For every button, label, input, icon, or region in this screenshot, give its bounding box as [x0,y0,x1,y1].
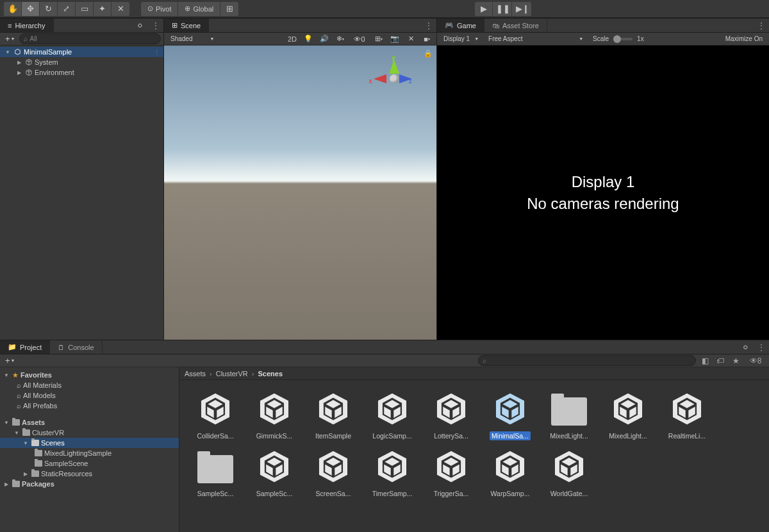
project-tab[interactable]: 📁Project [0,340,50,354]
favorites-header[interactable]: ▼★Favorites [0,370,179,380]
scene-gizmo-toggle-icon[interactable]: ■▾ [420,33,434,44]
crumb-assets[interactable]: Assets [185,370,206,378]
transform-tool[interactable]: ✦ [94,2,112,16]
maximize-toggle[interactable]: Maximize On [722,33,766,44]
scene-gizmos-icon[interactable]: ✕ [404,33,418,44]
game-icon: 🎮 [445,21,454,29]
asset-item[interactable]: MixedLight... [599,389,657,440]
asset-item[interactable]: ScreenSa... [304,447,363,498]
asset-item[interactable]: TriggerSa... [422,447,481,498]
snap-toggle[interactable]: ⊞ [220,2,238,16]
search-by-type-icon[interactable]: ◧ [699,355,711,366]
scene-tab[interactable]: ⊞Scene [164,19,209,32]
move-tool[interactable]: ✥ [22,2,40,16]
custom-tool[interactable]: ✕ [112,2,129,16]
scale-tool[interactable]: ⤢ [58,2,76,16]
hand-tool[interactable]: ✋ [4,2,22,16]
asset-item[interactable]: LogicSamp... [363,389,422,440]
asset-item[interactable]: SampleSc... [245,447,304,498]
project-menu[interactable]: ⋮ [754,340,769,354]
search-by-label-icon[interactable]: 🏷 [714,355,727,366]
lock-icon[interactable]: 🔒 [424,49,433,58]
project-lock[interactable]: ⭘ [738,340,754,354]
display-dropdown[interactable]: Display 1▼ [440,33,483,44]
asset-store-tab[interactable]: 🛍Asset Store [484,19,547,32]
asset-item[interactable]: WorldGate... [540,447,599,498]
asset-item[interactable]: SampleSc... [186,447,245,498]
scene-icon: ⊞ [172,21,178,29]
asset-item[interactable]: LotterySa... [422,389,481,440]
asset-item[interactable]: ColliderSa... [186,389,245,440]
fav-all-materials[interactable]: ⌕All Materials [0,380,179,390]
hidden-items-icon[interactable]: 👁8 [745,355,766,366]
tree-static[interactable]: ▶StaticResources [0,469,179,479]
save-search-icon[interactable]: ★ [729,355,742,366]
fold-icon[interactable]: ▼ [4,49,12,55]
step-button[interactable]: ▶❙ [513,2,531,16]
game-tab[interactable]: 🎮Game [437,19,484,32]
scene-light-icon[interactable]: 💡 [301,33,315,44]
fold-icon[interactable]: ▶ [15,60,23,65]
shade-mode-dropdown[interactable]: Shaded▼ [167,33,218,44]
asset-item[interactable]: WarpSamp... [481,447,540,498]
folder-icon [12,481,20,487]
assets-root[interactable]: ▼Assets [0,417,179,428]
asset-grid: ColliderSa...GimmickS...ItemSampleLogicS… [179,380,769,532]
tree-samplescene[interactable]: SampleScene [0,458,179,469]
pivot-toggle[interactable]: ⊙Pivot [141,2,178,16]
scene-audio-icon[interactable]: 🔊 [317,33,331,44]
hierarchy-create[interactable]: +▾ [3,34,17,44]
crumb-scenes[interactable]: Scenes [258,370,283,378]
asset-label: TriggerSa... [432,489,470,498]
fav-all-models[interactable]: ⌕All Models [0,390,179,401]
search-icon: ⌕ [17,381,21,389]
packages-root[interactable]: ▶Packages [0,479,179,489]
asset-label: MinimalSa... [490,431,531,440]
fold-icon[interactable]: ▶ [15,70,23,76]
asset-label: WorldGate... [549,489,590,498]
row-menu-icon[interactable]: ⋮ [154,49,161,56]
scene-grid-icon[interactable]: ⊞▾ [372,33,386,44]
aspect-dropdown[interactable]: Free Aspect▼ [484,33,587,44]
hierarchy-tab[interactable]: ≡Hierarchy [0,19,54,32]
asset-item[interactable]: TimerSamp... [363,447,422,498]
hierarchy-menu[interactable]: ⋮ [148,19,163,32]
hierarchy-item-environment[interactable]: ▶ Environment [0,67,163,78]
tree-scenes[interactable]: ▼Scenes [0,438,179,448]
scale-slider[interactable]: Scale 1x [589,33,648,44]
asset-item[interactable]: GimmickS... [245,389,304,440]
asset-label: LogicSamp... [370,431,413,440]
folder-icon [22,429,30,436]
scene-view[interactable]: 🔒 y x z [164,46,436,340]
fav-all-prefabs[interactable]: ⌕All Prefabs [0,401,179,411]
hierarchy-scene-root[interactable]: ▼ MinimalSample ⋮ [0,47,163,57]
scene-menu[interactable]: ⋮ [421,19,436,32]
tree-clustervr[interactable]: ▼ClusterVR [0,428,179,438]
asset-label: ColliderSa... [195,431,235,440]
scene-camera-icon[interactable]: 📷 [388,33,402,44]
asset-item[interactable]: ItemSample [304,389,363,440]
project-search[interactable]: ⌕ [478,355,696,366]
rotate-tool[interactable]: ↻ [40,2,58,16]
tree-mixed[interactable]: MixedLightingSample [0,448,179,458]
hierarchy-search[interactable]: ⌕All [19,33,161,44]
console-tab[interactable]: 🗒Console [50,340,102,354]
orientation-gizmo[interactable]: y x z [368,53,420,104]
asset-item[interactable]: MinimalSa... [481,389,540,440]
hierarchy-item-system[interactable]: ▶ System [0,57,163,67]
transform-tools: ✋ ✥ ↻ ⤢ ▭ ✦ ✕ [4,2,129,16]
asset-item[interactable]: MixedLight... [540,389,599,440]
pause-button[interactable]: ❚❚ [494,2,512,16]
rect-tool[interactable]: ▭ [76,2,94,16]
game-menu[interactable]: ⋮ [754,19,769,32]
scene-visibility-icon[interactable]: 👁0 [349,33,370,44]
game-view[interactable]: Display 1 No cameras rendering [437,46,769,340]
global-toggle[interactable]: ⊕Global [178,2,220,16]
scene-fx-icon[interactable]: ❄▾ [333,33,347,44]
play-button[interactable]: ▶ [475,2,493,16]
hierarchy-lock[interactable]: ⭘ [133,19,148,32]
crumb-clustervr[interactable]: ClusterVR [216,370,248,378]
asset-item[interactable]: RealtimeLi... [657,389,716,440]
project-create[interactable]: +▾ [3,356,17,365]
toggle-2d[interactable]: 2D [285,33,299,44]
